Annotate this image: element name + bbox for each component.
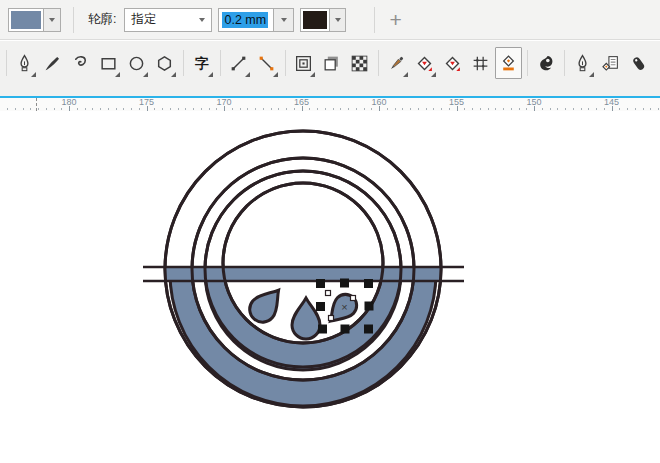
object-properties-tool[interactable] [597,47,624,79]
drawing-canvas[interactable]: × [0,111,660,463]
ruler-minor-tick [511,108,512,110]
outline-width-input[interactable]: 0.2 mm [218,8,274,32]
divider [564,50,565,76]
divider [378,50,379,76]
graph-paper-tool[interactable] [467,47,494,79]
text-tool[interactable]: 字 [188,47,215,79]
outline-style-value: 指定 [131,11,156,28]
ruler-minor-tick [356,108,357,110]
ruler-minor-tick [340,108,341,110]
outline-pen-tool-icon [573,54,592,73]
ruler-minor-tick [565,108,566,110]
mesh-fill-tool[interactable] [439,47,466,79]
ruler-minor-tick [193,108,194,110]
smart-fill-tool[interactable] [495,47,522,79]
ruler-minor-tick [488,108,489,110]
divider [527,50,528,76]
selection-handle[interactable] [364,325,373,334]
interactive-fill-tool[interactable] [411,47,438,79]
ruler-minor-tick [542,108,543,110]
selection-center-mark[interactable]: × [341,301,347,313]
flyout-corner-icon [431,72,436,77]
add-button[interactable]: + [385,10,405,30]
color-eyedropper-tool[interactable] [383,47,410,79]
straight-line-tool[interactable] [225,47,252,79]
ruler-minor-tick [550,108,551,110]
twirl-tool[interactable] [532,47,559,79]
selection-handle[interactable] [364,279,373,288]
interactive-fill-tool-icon [415,54,434,73]
outline-pen-tool[interactable] [569,47,596,79]
paintbrush-tool[interactable] [39,47,66,79]
ruler-minor-tick [278,108,279,110]
horizontal-ruler[interactable]: 185180175170165160155150145 [0,85,660,111]
ruler-minor-tick [573,108,574,110]
divider [220,50,221,76]
outline-color-swatch-color [303,11,327,29]
ruler-minor-tick [131,108,132,110]
selection-handle[interactable] [365,302,374,311]
fill-color-swatch[interactable] [8,8,44,32]
fill-color-swatch-color [11,11,41,29]
rectangle-tool-icon [99,54,118,73]
logo-artwork: × [0,111,660,463]
ruler-minor-tick [232,108,233,110]
outline-color-swatch[interactable] [300,8,330,32]
ruler-minor-tick [635,108,636,110]
flyout-corner-icon [143,72,148,77]
ellipse-tool[interactable] [123,47,150,79]
paintbrush-tool-icon [43,54,62,73]
flyout-corner-icon [208,72,213,77]
svg-text:字: 字 [195,56,209,71]
chevron-down-icon [281,18,287,22]
ruler-minor-tick [526,108,527,110]
fill-color-dropdown-button[interactable] [44,8,61,32]
outline-width-picker[interactable]: 0.2 mm [218,8,294,32]
outline-width-dropdown-button[interactable] [274,8,294,32]
transparency-tool[interactable] [346,47,373,79]
outline-style-select[interactable]: 指定 [124,8,212,32]
contour-tool[interactable] [290,47,317,79]
divider [73,7,74,33]
ruler-minor-tick [464,108,465,110]
ruler-minor-tick [154,108,155,110]
connector-tool[interactable] [253,47,280,79]
ruler-minor-tick [139,108,140,110]
selection-handle[interactable] [318,325,327,334]
ruler-minor-tick [627,108,628,110]
curve-node[interactable] [326,291,331,296]
ruler-minor-tick [216,108,217,110]
flyout-corner-icon [310,72,315,77]
curve-node[interactable] [329,316,334,321]
fill-color-picker[interactable] [8,8,61,32]
property-bar: 轮廓: 指定 0.2 mm + [0,0,660,40]
pen-tool-icon [15,54,34,73]
contour-tool-icon [294,54,313,73]
selection-handle[interactable] [316,279,325,288]
ruler-minor-tick [170,108,171,110]
ruler-scale[interactable]: 185180175170165160155150145 [0,98,660,111]
polygon-tool[interactable] [151,47,178,79]
mesh-fill-tool-icon [443,54,462,73]
smear-tool[interactable] [625,47,652,79]
bspline-tool[interactable] [67,47,94,79]
outline-color-dropdown-button[interactable] [330,8,346,32]
ruler-minor-tick [519,108,520,110]
object-properties-tool-icon [601,54,620,73]
ruler-minor-tick [46,108,47,110]
selection-handle[interactable] [341,325,350,334]
ruler-minor-tick [658,108,659,110]
ruler-minor-tick [240,108,241,110]
ruler-minor-tick [255,108,256,110]
drop-shadow-tool[interactable] [318,47,345,79]
pen-tool[interactable] [11,47,38,79]
ruler-minor-tick [209,108,210,110]
outline-color-picker[interactable] [300,8,346,32]
outline-width-value: 0.2 mm [222,12,268,28]
ruler-minor-tick [472,108,473,110]
bspline-tool-icon [71,54,90,73]
selection-handle[interactable] [316,302,325,311]
selection-handle[interactable] [340,279,349,288]
rectangle-tool[interactable] [95,47,122,79]
curve-node[interactable] [351,296,356,301]
